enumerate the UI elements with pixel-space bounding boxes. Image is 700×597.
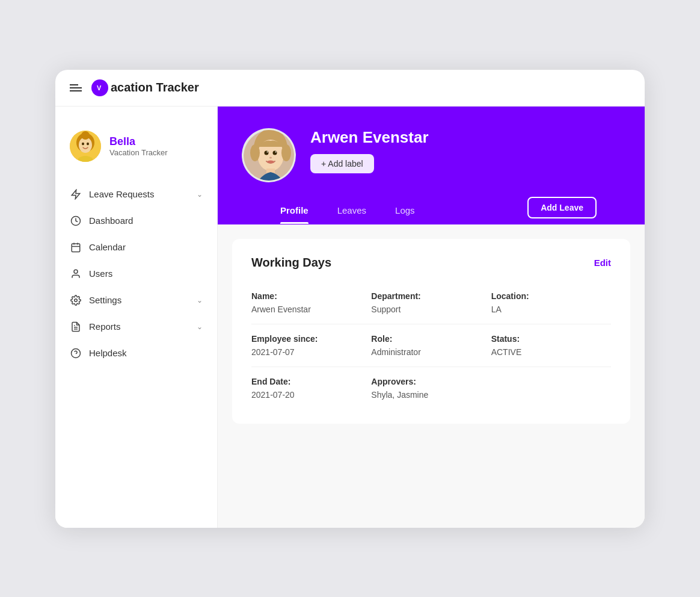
sidebar-item-calendar[interactable]: Calendar [55,234,217,261]
chevron-down-icon: ⌄ [197,190,203,199]
help-icon [70,347,82,359]
svg-point-28 [275,151,277,152]
add-leave-button[interactable]: Add Leave [527,197,597,218]
sidebar-item-dashboard[interactable]: Dashboard [55,208,217,234]
divider [251,324,611,324]
calendar-icon [70,241,82,253]
svg-point-26 [273,150,277,155]
chevron-down-icon: ⌄ [197,323,203,331]
info-employee-since: Employee since: 2021-07-07 [251,327,371,364]
svg-rect-10 [72,244,80,252]
content-area: Arwen Evenstar + Add label Profile Leave… [218,107,645,528]
add-label-button[interactable]: + Add label [310,154,374,173]
svg-text:V: V [97,84,102,91]
info-location: Location: LA [491,284,611,321]
profile-header: Arwen Evenstar + Add label Profile Leave… [218,107,645,224]
tab-leaves[interactable]: Leaves [323,197,381,224]
svg-point-15 [75,298,78,302]
svg-point-29 [269,156,272,158]
lightning-icon [70,188,82,200]
sidebar-profile: Bella Vacation Tracker [55,121,217,181]
working-days-card: Working Days Edit Name: Arwen Evenstar D… [232,239,630,424]
logo-area: V acation Tracker [91,79,199,96]
info-status: Status: ACTIVE [491,327,611,364]
sidebar: Bella Vacation Tracker Leave Requests ⌄ [55,107,218,528]
tab-profile[interactable]: Profile [266,197,323,224]
reports-icon [70,321,82,333]
svg-point-23 [250,144,260,161]
tab-logs[interactable]: Logs [381,197,429,224]
sidebar-profile-subtitle: Vacation Tracker [109,148,168,157]
info-department: Department: Support [371,284,491,321]
main-layout: Bella Vacation Tracker Leave Requests ⌄ [55,107,645,528]
menu-toggle-button[interactable] [70,84,82,91]
svg-point-27 [267,151,268,152]
divider [251,367,611,367]
user-icon [70,268,82,280]
svg-point-14 [74,270,78,273]
sidebar-item-helpdesk[interactable]: Helpdesk [55,340,217,367]
profile-header-top: Arwen Evenstar + Add label [242,128,621,182]
info-name: Name: Arwen Evenstar [251,284,371,321]
info-empty [491,370,611,407]
top-bar: V acation Tracker [55,70,645,107]
profile-content: Working Days Edit Name: Arwen Evenstar D… [218,224,645,528]
profile-info: Arwen Evenstar + Add label [310,128,621,173]
profile-avatar [242,128,296,182]
sidebar-profile-name: Bella [109,135,168,148]
sidebar-item-reports[interactable]: Reports ⌄ [55,314,217,340]
sidebar-item-users[interactable]: Users [55,261,217,287]
dashboard-icon [70,215,82,227]
svg-point-25 [265,150,269,155]
app-window: V acation Tracker [55,70,645,528]
card-header: Working Days Edit [251,256,611,270]
avatar [70,131,101,162]
svg-point-6 [82,142,84,144]
sidebar-item-settings[interactable]: Settings ⌄ [55,287,217,314]
profile-name: Arwen Evenstar [310,128,621,147]
sidebar-item-label: Reports [89,321,189,332]
svg-point-30 [267,160,274,163]
svg-point-24 [281,144,291,161]
sidebar-item-label: Calendar [89,242,203,252]
sidebar-profile-info: Bella Vacation Tracker [109,135,168,157]
info-end-date: End Date: 2021-07-20 [251,370,371,407]
sidebar-item-label: Leave Requests [89,189,189,199]
chevron-down-icon: ⌄ [197,296,203,305]
info-role: Role: Administrator [371,327,491,364]
sidebar-item-label: Helpdesk [89,348,203,358]
working-days-title: Working Days [251,256,331,270]
sidebar-item-label: Users [89,268,203,279]
logo-text: acation Tracker [111,81,199,94]
sidebar-item-leave-requests[interactable]: Leave Requests ⌄ [55,181,217,208]
info-approvers: Approvers: Shyla, Jasmine [371,370,491,407]
sidebar-item-label: Dashboard [89,215,203,226]
svg-point-7 [87,142,89,144]
edit-button[interactable]: Edit [594,258,611,268]
settings-icon [70,294,82,306]
logo-icon: V [91,79,108,96]
profile-tabs: Profile Leaves Logs Add Leave [242,197,621,224]
svg-marker-8 [72,190,80,199]
svg-point-5 [81,131,90,140]
info-grid: Name: Arwen Evenstar Department: Support… [251,284,611,407]
sidebar-item-label: Settings [89,295,189,305]
